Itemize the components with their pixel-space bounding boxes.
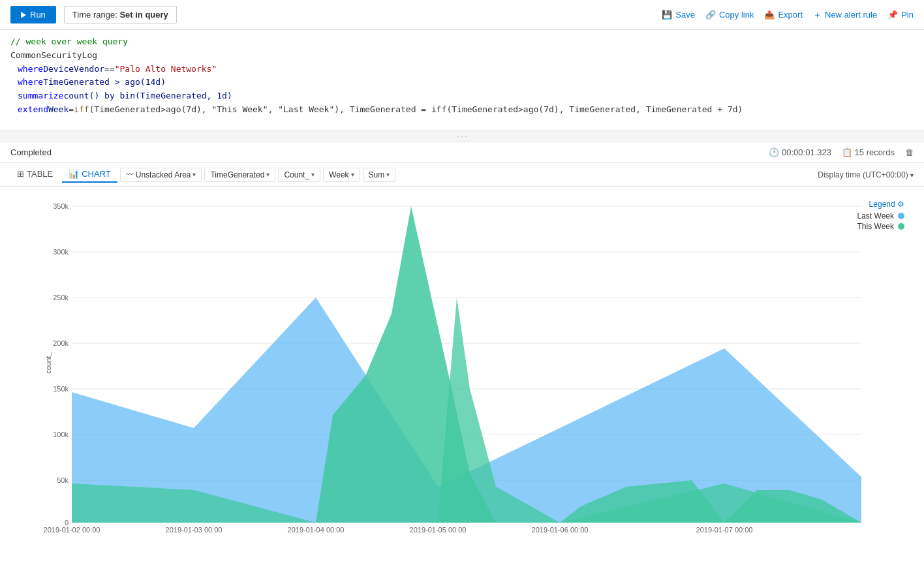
delete-icon[interactable]: 🗑	[905, 147, 914, 157]
svg-text:300k: 300k	[53, 248, 69, 256]
code-line-6: extend Week = iff (TimeGenerated>ago(7d)…	[10, 103, 914, 117]
legend-last-week-dot	[898, 213, 904, 219]
export-icon: 📤	[764, 10, 775, 20]
save-action[interactable]: 💾 Save	[662, 10, 695, 20]
new-alert-rule-action[interactable]: ＋ New alert rule	[813, 9, 877, 21]
tab-chart[interactable]: 📊 CHART	[62, 166, 117, 183]
duration-display: 🕐 00:00:01.323	[769, 147, 831, 157]
code-line-3: where DeviceVendor == "Palo Alto Network…	[10, 63, 914, 76]
svg-text:250k: 250k	[53, 294, 69, 301]
toolbar-left: Run Time range: Set in query	[10, 6, 177, 23]
x-axis-label: TimeGenerated	[210, 170, 264, 179]
new-alert-rule-label: New alert rule	[825, 10, 877, 20]
y-axis-button[interactable]: Count_ ▾	[278, 168, 320, 182]
code-summarize-rest: count() by bin(TimeGenerated, 1d)	[63, 89, 232, 103]
play-icon	[21, 12, 26, 18]
records-value: 15 records	[855, 147, 895, 157]
code-string-1: "Palo Alto Networks"	[115, 63, 217, 76]
svg-text:2019-01-02 00:00: 2019-01-02 00:00	[44, 526, 100, 532]
svg-text:2019-01-07 00:00: 2019-01-07 00:00	[696, 526, 753, 532]
view-tabs-left: ⊞ TABLE 📊 CHART 〰 Unstacked Area ▾ TimeG…	[10, 166, 395, 183]
save-label: Save	[675, 10, 695, 20]
chart-icon: 📊	[69, 169, 79, 179]
svg-text:150k: 150k	[53, 385, 69, 393]
svg-text:350k: 350k	[53, 202, 69, 210]
code-timegenerated: TimeGenerated > ago(14d)	[43, 76, 166, 89]
clock-icon: 🕐	[769, 147, 779, 157]
code-keyword-extend: extend	[18, 103, 48, 117]
records-display: 📋 15 records	[842, 147, 895, 157]
copy-link-action[interactable]: 🔗 Copy link	[705, 10, 754, 20]
chart-type-chevron: ▾	[192, 171, 196, 178]
split-chevron: ▾	[351, 171, 354, 178]
display-time-button[interactable]: Display time (UTC+00:00) ▾	[818, 170, 914, 179]
chart-type-button[interactable]: 〰 Unstacked Area ▾	[120, 168, 202, 182]
chart-type-label: Unstacked Area	[136, 170, 191, 179]
code-keyword-where1: where	[18, 63, 43, 76]
aggregation-label: Sum	[369, 170, 385, 179]
aggregation-button[interactable]: Sum ▾	[363, 168, 396, 182]
display-time-chevron: ▾	[910, 172, 914, 179]
chart-svg: count_ 350k 300k 250k 200k 150k 100k 50k…	[39, 193, 887, 532]
code-line-4: where TimeGenerated > ago(14d)	[10, 76, 914, 89]
aggregation-chevron: ▾	[386, 171, 390, 178]
table-icon: ⊞	[17, 169, 24, 179]
code-extend-func: iff	[74, 103, 89, 117]
svg-text:2019-01-06 00:00: 2019-01-06 00:00	[532, 526, 589, 532]
run-label: Run	[30, 10, 46, 20]
chart-type-icon: 〰	[126, 170, 134, 179]
svg-text:2019-01-04 00:00: 2019-01-04 00:00	[288, 526, 345, 532]
chart-container: Legend ⚙ Last Week This Week count_ 3	[39, 193, 924, 532]
code-op-1: ==	[104, 63, 115, 76]
code-field-1: DeviceVendor	[43, 63, 104, 76]
chart-controls: 〰 Unstacked Area ▾ TimeGenerated ▾ Count…	[120, 168, 396, 182]
legend-this-week-dot	[898, 223, 904, 230]
legend-settings-icon: ⚙	[897, 200, 904, 209]
chart-area: Legend ⚙ Last Week This Week count_ 3	[0, 187, 924, 582]
time-range-value: Set in query	[119, 10, 168, 20]
code-extend-var: Week	[48, 103, 69, 117]
link-icon: 🔗	[705, 10, 716, 20]
svg-text:2019-01-03 00:00: 2019-01-03 00:00	[166, 526, 223, 532]
code-keyword-summarize: summarize	[18, 89, 63, 103]
split-button[interactable]: Week ▾	[323, 168, 360, 182]
resize-handle[interactable]: · · ·	[0, 131, 924, 142]
code-editor[interactable]: // week over week query CommonSecurityLo…	[0, 30, 924, 131]
svg-text:2019-01-05 00:00: 2019-01-05 00:00	[410, 526, 467, 532]
code-line-5: summarize count() by bin(TimeGenerated, …	[10, 89, 914, 103]
code-line-1: // week over week query	[10, 35, 914, 49]
main-content: // week over week query CommonSecurityLo…	[0, 30, 924, 582]
duration-value: 00:00:01.323	[782, 147, 831, 157]
svg-text:50k: 50k	[57, 476, 69, 484]
x-axis-button[interactable]: TimeGenerated ▾	[204, 168, 275, 182]
status-bar: Completed 🕐 00:00:01.323 📋 15 records 🗑	[0, 142, 924, 163]
status-right: 🕐 00:00:01.323 📋 15 records 🗑	[769, 147, 914, 157]
plus-icon: ＋	[813, 9, 822, 21]
save-icon: 💾	[662, 10, 672, 20]
x-axis-chevron: ▾	[266, 171, 270, 178]
y-axis-chevron: ▾	[311, 171, 315, 178]
run-button[interactable]: Run	[10, 6, 56, 23]
copy-link-label: Copy link	[719, 10, 754, 20]
records-icon: 📋	[842, 147, 852, 157]
time-range-button[interactable]: Time range: Set in query	[64, 6, 177, 23]
y-axis-label: count_	[44, 352, 52, 374]
pin-action[interactable]: 📌 Pin	[887, 10, 914, 20]
code-line-2: CommonSecurityLog	[10, 49, 914, 63]
svg-text:200k: 200k	[53, 339, 69, 347]
y-axis-label: Count_	[284, 170, 309, 179]
code-comment: // week over week query	[10, 35, 128, 49]
split-label: Week	[329, 170, 348, 179]
export-action[interactable]: 📤 Export	[764, 10, 803, 20]
export-label: Export	[778, 10, 803, 20]
pin-icon: 📌	[887, 10, 898, 20]
svg-text:100k: 100k	[53, 431, 69, 438]
tab-table-label: TABLE	[27, 169, 53, 179]
status-completed: Completed	[10, 147, 52, 157]
toolbar: Run Time range: Set in query 💾 Save 🔗 Co…	[0, 0, 924, 30]
code-table: CommonSecurityLog	[10, 49, 97, 63]
pin-label: Pin	[901, 10, 914, 20]
code-extend-rest: (TimeGenerated>ago(7d), "This Week", "La…	[89, 103, 743, 117]
view-tabs: ⊞ TABLE 📊 CHART 〰 Unstacked Area ▾ TimeG…	[0, 163, 924, 187]
tab-table[interactable]: ⊞ TABLE	[10, 166, 59, 183]
